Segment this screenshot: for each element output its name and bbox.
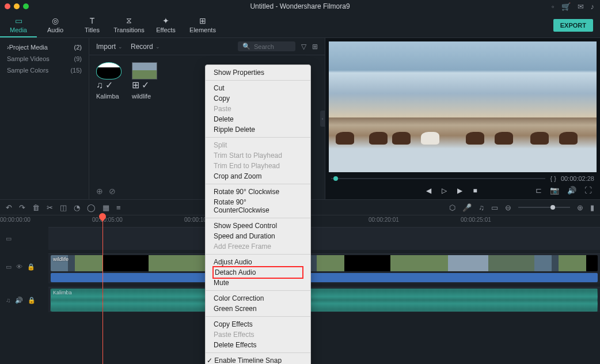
menu-item-detach-audio[interactable]: Detach Audio — [215, 268, 301, 276]
video-clip[interactable] — [51, 255, 598, 271]
menu-item-copy-effects[interactable]: Copy Effects — [206, 319, 310, 329]
video-clip-audio-link[interactable] — [51, 273, 598, 282]
scrub-handle[interactable] — [333, 176, 338, 181]
panel-collapse-handle[interactable]: ‹ — [320, 111, 325, 127]
maximize-window-button[interactable] — [23, 3, 29, 9]
zoom-slider[interactable] — [518, 207, 570, 208]
color-icon[interactable]: ◯ — [87, 203, 96, 212]
tab-media[interactable]: ▭ Media — [0, 13, 37, 37]
check-icon: ✓ — [142, 80, 149, 90]
menu-item-split: Split — [206, 140, 310, 150]
track-header-overlay: ▭ — [0, 227, 48, 250]
zoom-slider-handle[interactable] — [550, 205, 555, 210]
advanced-icon[interactable]: ≡ — [116, 203, 121, 212]
menu-item-cut[interactable]: Cut — [206, 83, 310, 93]
speaker-icon[interactable]: 🔊 — [15, 297, 23, 304]
tab-elements[interactable]: ⊞ Elements — [184, 13, 221, 37]
tab-effects[interactable]: ✦ Effects — [147, 13, 184, 37]
audio-clip[interactable] — [51, 289, 598, 312]
user-icon[interactable]: ◦ — [552, 2, 555, 11]
stop-button[interactable]: ■ — [473, 187, 477, 195]
tab-transitions[interactable]: ⧖ Transitions — [111, 13, 147, 37]
snapshot-icon[interactable]: 📷 — [550, 186, 559, 195]
export-button[interactable]: EXPORT — [553, 19, 593, 32]
media-item-kalimba[interactable]: ♫ ✓ Kalimba — [96, 62, 121, 100]
audio-track-lane[interactable] — [48, 287, 600, 312]
render-icon[interactable]: ▭ — [491, 203, 498, 212]
preview-canvas[interactable] — [329, 41, 597, 172]
mail-icon[interactable]: ✉ — [578, 2, 584, 11]
menu-item-delete[interactable]: Delete — [206, 114, 310, 124]
sidebar-item-sample-colors[interactable]: Sample Colors (15) — [0, 65, 89, 76]
audio-track-icon[interactable]: ♫ — [6, 297, 10, 304]
tab-audio[interactable]: ◎ Audio — [37, 13, 74, 37]
zoom-in-icon[interactable]: ⊕ — [577, 203, 583, 212]
lock-icon[interactable]: 🔒 — [28, 297, 36, 304]
volume-icon[interactable]: 🔊 — [567, 186, 576, 195]
video-track-icon[interactable]: ▭ — [6, 263, 12, 271]
menu-item-enable-timeline-snap[interactable]: Enable Timeline Snap — [206, 355, 310, 364]
prev-frame-button[interactable]: ◀ — [426, 187, 431, 195]
menu-item-speed-and-duration[interactable]: Speed and Duration — [206, 231, 310, 241]
crop-icon[interactable]: ◫ — [60, 203, 67, 212]
sidebar-item-project-media[interactable]: ›Project Media (2) — [0, 41, 89, 53]
cart-icon[interactable]: 🛒 — [561, 2, 571, 11]
music-icon[interactable]: ♫ — [479, 203, 484, 212]
tracks-body — [48, 227, 600, 312]
grid-view-icon[interactable]: ⊞ — [312, 43, 318, 51]
eye-icon[interactable]: 👁 — [16, 263, 22, 270]
menu-item-copy[interactable]: Copy — [206, 93, 310, 104]
overlay-track-lane[interactable] — [48, 227, 600, 250]
new-folder-icon[interactable]: ⊕ — [96, 187, 103, 196]
overlay-track-icon[interactable]: ▭ — [6, 235, 12, 242]
lock-icon[interactable]: 🔒 — [27, 263, 35, 271]
decorative — [369, 132, 388, 145]
zoom-out-icon[interactable]: ⊖ — [505, 203, 511, 212]
tab-label: Titles — [85, 26, 100, 33]
tab-titles[interactable]: T Titles — [74, 13, 111, 37]
play-backward-button[interactable]: ▷ — [442, 187, 447, 195]
redo-icon[interactable]: ↷ — [19, 203, 25, 212]
green-screen-icon[interactable]: ▦ — [102, 203, 109, 212]
record-dropdown[interactable]: Record⌄ — [131, 43, 160, 51]
sidebar-item-sample-videos[interactable]: Sample Videos (9) — [0, 53, 89, 65]
menu-item-show-properties[interactable]: Show Properties — [206, 67, 310, 78]
marker-icon[interactable]: ⬡ — [449, 203, 455, 212]
delete-folder-icon[interactable]: ⊘ — [109, 187, 116, 196]
menu-item-ripple-delete[interactable]: Ripple Delete — [206, 124, 310, 135]
menu-separator — [206, 184, 310, 184]
close-window-button[interactable] — [5, 3, 10, 9]
fullscreen-icon[interactable]: ⛶ — [584, 186, 592, 195]
scrub-track[interactable] — [331, 178, 545, 179]
play-button[interactable]: ▶ — [457, 187, 462, 195]
menu-item-color-correction[interactable]: Color Correction — [206, 293, 310, 304]
menu-item-show-speed-control[interactable]: Show Speed Control — [206, 221, 310, 231]
speed-icon[interactable]: ◔ — [74, 203, 80, 212]
menu-separator — [206, 254, 310, 255]
menu-item-crop-and-zoom[interactable]: Crop and Zoom — [206, 171, 310, 181]
minimize-window-button[interactable] — [14, 3, 20, 9]
split-icon[interactable]: ✂ — [47, 203, 53, 212]
notification-icon[interactable]: ♪ — [591, 2, 595, 11]
menu-item-rotate-90-clockwise[interactable]: Rotate 90° Clockwise — [206, 187, 310, 197]
decorative — [530, 132, 549, 145]
filter-icon[interactable]: ▽ — [301, 43, 306, 51]
mark-in-out-icon[interactable]: { } — [550, 175, 556, 182]
search-input[interactable]: 🔍 Search — [238, 41, 295, 51]
safe-zone-icon[interactable]: ⊏ — [536, 186, 542, 195]
import-dropdown[interactable]: Import⌄ — [96, 43, 123, 51]
menu-item-green-screen[interactable]: Green Screen — [206, 304, 310, 314]
text-icon: T — [90, 16, 95, 25]
delete-icon[interactable]: 🗑 — [32, 203, 40, 212]
media-item-wildlife[interactable]: ⊞ ✓ wildlife — [132, 62, 157, 100]
menu-item-mute[interactable]: Mute — [206, 278, 310, 288]
undo-icon[interactable]: ↶ — [6, 203, 12, 212]
track-headers: ▭ ▭ 👁 🔒 ♫ 🔊 🔒 — [0, 227, 48, 317]
elements-icon: ⊞ — [199, 16, 206, 25]
menu-item-rotate-90-counterclockwise[interactable]: Rotate 90° CounterClockwise — [206, 197, 310, 215]
video-track-lane[interactable] — [48, 253, 600, 283]
timeline-options-icon[interactable]: ▮ — [590, 203, 594, 212]
menu-item-delete-effects[interactable]: Delete Effects — [206, 340, 310, 350]
voiceover-icon[interactable]: 🎤 — [462, 203, 472, 212]
playhead-line — [102, 215, 103, 364]
